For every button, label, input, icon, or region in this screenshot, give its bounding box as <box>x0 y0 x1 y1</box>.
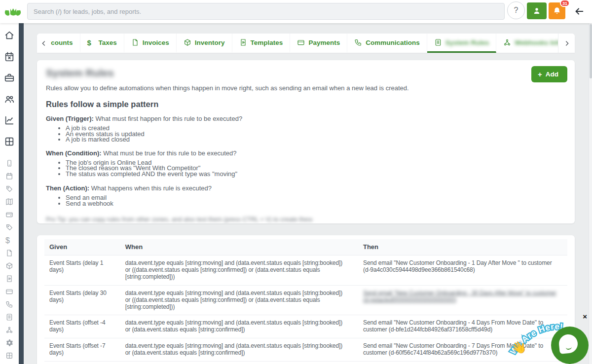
section-text: What must be true for this rule to be ex… <box>103 149 236 157</box>
chart-icon <box>4 115 15 126</box>
sidebar-subitem-mobile-0[interactable] <box>5 159 13 167</box>
sidebar-item-home[interactable] <box>4 30 15 41</box>
grid-icon <box>4 136 15 147</box>
app-logo-icon[interactable] <box>3 6 22 17</box>
chat-close-icon[interactable]: × <box>583 313 587 320</box>
sidebar-item-calendar-x[interactable] <box>4 51 15 62</box>
wallet-icon <box>5 211 13 218</box>
rule-row[interactable]: Event Starts (delay 1 days)data.event.ty… <box>44 255 567 286</box>
file-icon <box>5 249 13 257</box>
sidebar-subitem-map-3[interactable] <box>5 198 13 206</box>
sidebar-subitem-template-9[interactable] <box>5 275 13 283</box>
dollar-icon: $ <box>87 38 95 46</box>
section-bullets: The job's origin is Online LeadThe close… <box>66 160 566 177</box>
sidebar-subitem-label-5[interactable] <box>5 223 13 231</box>
sidebar-subitem-book-12[interactable] <box>5 313 13 321</box>
sidebar-subitem-sitemap-13[interactable] <box>5 326 13 334</box>
tab-system-rules[interactable]: System Rules <box>427 34 497 53</box>
search-input[interactable] <box>27 3 505 20</box>
notifications-button[interactable]: 31 <box>549 2 565 19</box>
sidebar-subitem-card-10[interactable] <box>5 288 13 295</box>
sidebar-item-chart[interactable] <box>4 115 15 126</box>
sidebar-subitem-dollar-6[interactable]: $ <box>5 236 13 244</box>
scrollbar-thumb[interactable] <box>590 24 592 78</box>
section-label: Given (Trigger): <box>46 115 94 122</box>
pattern-section: When (Condition): What must be true for … <box>46 149 566 157</box>
section-bullets: Send an emailSend a webhook <box>66 195 566 206</box>
dollar-icon: $ <box>5 236 10 245</box>
settings-tab-bar: Accounts$TaxesInvoicesInventoryTemplates… <box>37 34 575 53</box>
sidebar-subitem-grid-15[interactable] <box>5 352 13 360</box>
add-rule-button[interactable]: + Add <box>531 66 567 82</box>
tab-label: Communications <box>366 39 420 46</box>
mobile-icon <box>5 159 13 167</box>
sidebar-subitem-tag-2[interactable] <box>5 185 13 193</box>
page-title: System Rules <box>46 67 114 79</box>
section-label: Then (Action): <box>46 184 89 192</box>
sidebar-divider <box>19 23 24 364</box>
bullet-item: An events status is updated <box>66 131 566 137</box>
sitemap-icon <box>5 326 13 334</box>
sitemap-icon <box>503 38 511 46</box>
given-cell: Event Starts (offset -7 days) <box>44 338 120 362</box>
col-header-then: Then <box>358 239 567 255</box>
tab-label: Templates <box>251 39 283 46</box>
tab-payments[interactable]: Payments <box>290 34 347 53</box>
question-icon: ? <box>514 6 518 15</box>
back-arrow-icon[interactable] <box>572 4 586 18</box>
chevron-right-icon[interactable] <box>558 34 575 53</box>
person-icon <box>532 6 541 15</box>
gear-icon <box>5 339 13 347</box>
sidebar-subitem-file-7[interactable] <box>5 249 13 257</box>
help-button[interactable]: ? <box>507 1 525 19</box>
template-icon <box>5 275 13 283</box>
user-button[interactable] <box>527 2 547 19</box>
tab-invoices[interactable]: Invoices <box>124 34 177 53</box>
tab-communications[interactable]: Communications <box>347 34 427 53</box>
tab-label: Inventory <box>195 39 225 46</box>
box-icon <box>5 262 13 270</box>
given-cell: Event Starts (offset -10 days) <box>44 362 120 364</box>
tag-icon <box>5 185 13 193</box>
top-bar: ? 31 <box>0 0 592 23</box>
tab-label: Payments <box>308 39 340 46</box>
map-icon <box>5 198 13 206</box>
rule-row[interactable]: Event Starts (offset -4 days)data.event.… <box>44 315 567 338</box>
wave-hand-icon: 👋 <box>510 339 528 357</box>
when-cell: data.event.type equals [string:moving] a… <box>120 362 358 364</box>
bell-icon <box>553 6 561 15</box>
sidebar-item-team[interactable] <box>4 94 15 105</box>
phone-icon <box>5 300 13 308</box>
rule-row[interactable]: Event Starts (offset -10 days)data.event… <box>44 362 567 364</box>
sidebar-subitem-gear-14[interactable] <box>5 339 13 347</box>
given-cell: Event Starts (offset -4 days) <box>44 315 120 338</box>
chevron-left-icon[interactable] <box>37 34 51 53</box>
sidebar-subitem-box-8[interactable] <box>5 262 13 270</box>
tab-inventory[interactable]: Inventory <box>177 34 232 53</box>
tab-taxes[interactable]: $Taxes <box>80 34 124 53</box>
then-cell: Send email "New Customer Onboarding - 1 … <box>358 255 567 286</box>
tab-label: Invoices <box>143 39 169 46</box>
label-icon <box>5 223 13 231</box>
sidebar-subitem-calendar-1[interactable] <box>5 172 13 180</box>
chat-bubble-icon <box>558 333 579 354</box>
chat-launcher-button[interactable] <box>551 327 589 364</box>
sidebar-item-briefcase[interactable] <box>4 73 15 83</box>
rule-row[interactable]: Event Starts (delay 30 days)data.event.t… <box>44 285 567 315</box>
pattern-section: Given (Trigger): What must first happen … <box>46 115 566 122</box>
sidebar-subitem-phone-11[interactable] <box>5 300 13 308</box>
plus-icon: + <box>538 70 542 78</box>
then-link-blurred[interactable]: Send email "New Customer Onboarding - 30… <box>363 290 556 303</box>
bullet-item: A job is marked closed <box>66 137 566 143</box>
sidebar-item-grid[interactable] <box>4 136 15 147</box>
tab-templates[interactable]: Templates <box>232 34 291 53</box>
rule-row[interactable]: Event Starts (offset -7 days)data.event.… <box>44 338 567 362</box>
sidebar-subitem-wallet-4[interactable] <box>5 211 13 218</box>
then-cell: Send email "New Customer Onboarding - 30… <box>358 285 567 315</box>
book-icon <box>5 313 13 321</box>
when-cell: data.event.type equals [string:moving] a… <box>120 338 358 362</box>
briefcase-icon <box>4 73 15 83</box>
pro-tip-blurred: Pro Tip: you can copy rules from other z… <box>46 216 312 223</box>
book-icon <box>434 38 442 46</box>
left-sidebar: $ <box>0 23 19 364</box>
